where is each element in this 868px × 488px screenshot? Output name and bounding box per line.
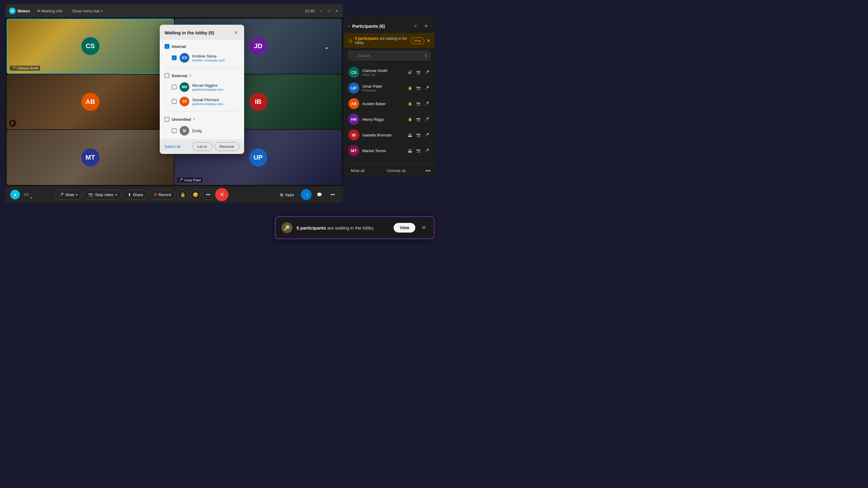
participant-unmuted-umar[interactable]: 🎤 xyxy=(423,84,430,92)
participant-muted-isabella[interactable]: 🎤 xyxy=(423,131,430,138)
participant-name-isabella: Isabella Brennan xyxy=(362,133,403,137)
emily-name: Emily xyxy=(192,129,239,133)
mute-all-button[interactable]: Mute all xyxy=(348,167,367,174)
meeting-info-label: Meeting info xyxy=(41,9,63,13)
close-button[interactable]: ✕ xyxy=(334,8,339,13)
lobby-divider-2 xyxy=(164,111,239,111)
panel-footer-more-icon[interactable]: ••• xyxy=(425,168,430,173)
minimize-button[interactable]: ─ xyxy=(318,8,324,13)
more-icon: ••• xyxy=(206,192,210,197)
lobby-modal-close-button[interactable]: ✕ xyxy=(232,29,239,36)
lobby-person-emily: M Emily xyxy=(164,124,239,138)
participant-lock-umar[interactable]: 🔒 xyxy=(406,84,413,92)
kristine-checkbox[interactable] xyxy=(172,56,177,60)
participant-laptop-marise[interactable]: 💻 xyxy=(406,147,413,154)
reactions-button[interactable]: 😊 xyxy=(190,189,201,200)
chat-button[interactable]: 💬 xyxy=(314,189,325,200)
end-call-button[interactable]: ✕ xyxy=(215,188,228,201)
apps-label: Apps xyxy=(285,193,294,197)
panel-expand-button[interactable]: ⤢ xyxy=(411,22,420,30)
murad-checkbox[interactable] xyxy=(172,85,177,90)
emily-checkbox[interactable] xyxy=(172,128,177,133)
participant-lock-austen[interactable]: 🔒 xyxy=(406,100,413,107)
participant-list: CS Clarissa Smith Host, me 🔊 📷 🎤 UP Umar… xyxy=(344,63,435,164)
search-bar: 🔍 ⇅ xyxy=(344,48,435,63)
participant-video-umar[interactable]: 📷 xyxy=(415,84,422,92)
participant-item-marise[interactable]: MT Marise Torres 💻 📷 🎤 xyxy=(344,143,435,158)
participant-muted-henry[interactable]: 🎤 xyxy=(423,116,430,123)
participant-video-marise[interactable]: 📷 xyxy=(415,147,422,154)
unverified-label: Unverified xyxy=(172,117,191,122)
people-icon: 👥 xyxy=(304,192,309,197)
let-in-button[interactable]: Let in xyxy=(192,142,212,151)
panel-header-icons: ⤢ ✕ xyxy=(411,22,430,30)
captions-button[interactable]: CC ▾ xyxy=(22,190,31,199)
participant-item-clarissa[interactable]: CS Clarissa Smith Host, me 🔊 📷 🎤 xyxy=(344,64,435,80)
participant-unmuted-mic-clarissa[interactable]: 🎤 xyxy=(423,69,430,76)
title-bar-left: W Webex Meeting info Show menu bar ▾ xyxy=(9,7,105,14)
window-controls: ─ □ ✕ xyxy=(318,8,339,13)
participant-item-umar[interactable]: UP Umar Patel Presenter 🔒 📷 🎤 xyxy=(344,80,435,96)
record-label: Record xyxy=(158,193,171,197)
toast-view-button[interactable]: View xyxy=(394,223,415,233)
participant-item-henry[interactable]: HR Henry Riggs 🔒 📷 🎤 xyxy=(344,111,435,127)
participant-info-isabella: Isabella Brennan xyxy=(362,133,403,137)
participant-video-name-1: Clarissa Smith xyxy=(17,66,38,70)
toolbar: ● CC ▾ 🎤 Mute ▾ 📷 Stop video ▾ ⬆ xyxy=(5,186,343,203)
kristine-email: Invited • example.com xyxy=(192,59,239,62)
internal-checkbox[interactable] xyxy=(164,44,169,49)
participant-video-name-6: Umar Patel xyxy=(184,178,201,182)
external-info-icon[interactable]: ℹ xyxy=(190,73,191,78)
lobby-modal-body: Internal KS Kristine Stone Invited • exa… xyxy=(160,40,244,139)
remove-button[interactable]: Remove xyxy=(215,142,239,151)
share-button[interactable]: ⬆ Share xyxy=(123,190,148,200)
search-input[interactable] xyxy=(348,51,430,60)
stop-video-button[interactable]: 📷 Stop video ▾ xyxy=(84,190,121,200)
video-avatar-4: IB xyxy=(249,93,267,111)
participant-lock-henry[interactable]: 🔒 xyxy=(406,116,413,123)
participant-video-isabella[interactable]: 📷 xyxy=(415,131,422,138)
show-menu-button[interactable]: Show menu bar ▾ xyxy=(70,7,105,14)
more-button[interactable]: ••• xyxy=(203,189,213,200)
internal-label: Internal xyxy=(172,44,186,49)
apps-button[interactable]: ⊞ Apps xyxy=(276,190,299,199)
select-all-link[interactable]: Select all xyxy=(164,144,181,149)
toast-close-button[interactable]: ✕ xyxy=(420,224,428,232)
lobby-warning-close-icon[interactable]: ✕ xyxy=(427,38,430,43)
participant-item-isabella[interactable]: IB Isabella Brennan 💻 📷 🎤 xyxy=(344,127,435,143)
toolbar-left: ● CC ▾ xyxy=(10,190,31,199)
sonali-checkbox[interactable] xyxy=(172,99,177,104)
share-icon: ⬆ xyxy=(128,193,131,197)
lobby-person-sonali: SP Sonali Pitchard partnercompany.com xyxy=(164,94,239,109)
unverified-info-icon[interactable]: ℹ xyxy=(193,117,195,121)
meeting-info-button[interactable]: Meeting info xyxy=(35,7,65,14)
sonali-avatar: SP xyxy=(180,97,189,106)
unmute-all-button[interactable]: Unmute all xyxy=(384,167,408,174)
kristine-info: Kristine Stone Invited • example.com xyxy=(192,54,239,62)
toolbar-center: 🎤 Mute ▾ 📷 Stop video ▾ ⬆ Share Record xyxy=(54,188,228,201)
participants-button[interactable]: 👥 xyxy=(301,189,312,200)
security-button[interactable]: 🔒 xyxy=(177,189,188,200)
participant-laptop-isabella[interactable]: 💻 xyxy=(406,131,413,138)
participant-muted-austen[interactable]: 🎤 xyxy=(423,100,430,107)
participant-video-clarissa[interactable]: 📷 xyxy=(415,69,422,76)
record-button[interactable]: Record xyxy=(150,190,176,200)
unverified-checkbox[interactable] xyxy=(164,117,169,122)
maximize-button[interactable]: □ xyxy=(326,8,332,13)
murad-email: partnercompany.com xyxy=(192,88,239,91)
panel-close-button[interactable]: ✕ xyxy=(422,22,430,30)
murad-avatar: MH xyxy=(180,82,189,92)
lobby-view-button[interactable]: View xyxy=(410,37,424,44)
participant-video-henry[interactable]: 📷 xyxy=(415,116,422,123)
participant-mic-clarissa[interactable]: 🔊 xyxy=(406,69,413,76)
participant-video-austen[interactable]: 📷 xyxy=(415,100,422,107)
panel-chevron-icon[interactable]: ‹ xyxy=(348,24,350,28)
participant-name-marise: Marise Torres xyxy=(362,149,403,153)
participant-controls-henry: 🔒 📷 🎤 xyxy=(406,116,430,123)
participant-muted-marise[interactable]: 🎤 xyxy=(423,147,430,154)
external-checkbox[interactable] xyxy=(164,73,169,78)
sort-icon[interactable]: ⇅ xyxy=(424,53,428,58)
mute-button[interactable]: 🎤 Mute ▾ xyxy=(54,190,82,200)
participant-item-austen[interactable]: AB Austen Baker 🔒 📷 🎤 xyxy=(344,96,435,111)
more-options-button[interactable]: ••• xyxy=(327,189,338,200)
